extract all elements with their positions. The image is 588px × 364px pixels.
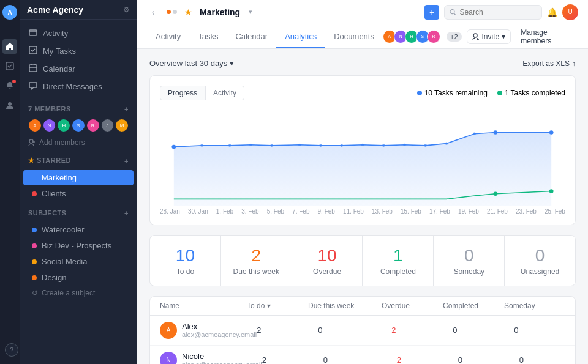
- sidebar-item-watercooler[interactable]: Watercooler: [23, 222, 134, 237]
- overview-bar: Overview last 30 days ▾ Export as XLS ↑: [149, 59, 576, 68]
- nav-tasks-icon[interactable]: [2, 59, 17, 73]
- invite-button[interactable]: Invite ▾: [467, 29, 511, 44]
- export-button[interactable]: Export as XLS ↑: [522, 59, 576, 68]
- table-row: N Nicole nicole@acmeagency.email 2 0 2 0…: [150, 346, 575, 364]
- settings-icon[interactable]: ⚙: [123, 6, 130, 14]
- nav-home-icon[interactable]: [2, 39, 17, 54]
- stat-overdue[interactable]: 10 Overdue: [292, 236, 363, 286]
- tab-calendar[interactable]: Calendar: [227, 26, 276, 48]
- back-button[interactable]: ‹: [147, 6, 159, 18]
- add-task-button[interactable]: +: [424, 5, 439, 20]
- stat-unassigned[interactable]: 0 Unassigned: [505, 236, 575, 286]
- member-avatar: R: [86, 119, 100, 132]
- col-sort-icon: ▾: [267, 302, 271, 310]
- user-avatar: A: [160, 322, 177, 339]
- add-members-button[interactable]: Add members: [28, 137, 129, 148]
- member-avatar: J: [101, 119, 115, 132]
- sidebar-item-mytasks[interactable]: My Tasks: [20, 42, 137, 60]
- stat-todo-label: To do: [155, 267, 216, 276]
- svg-point-17: [382, 144, 385, 147]
- tab-documents[interactable]: Documents: [325, 26, 383, 48]
- add-subject-icon[interactable]: +: [124, 209, 129, 217]
- project-dot: [32, 259, 37, 264]
- legend-dot-blue: [417, 91, 422, 95]
- stat-someday[interactable]: 0 Someday: [434, 236, 505, 286]
- chart-tab-progress[interactable]: Progress: [160, 86, 205, 100]
- project-name-heading: Marketing: [200, 7, 240, 17]
- col-name: Name: [160, 302, 247, 310]
- stat-overdue-number: 10: [297, 245, 358, 266]
- starred-section-header: ★ STARRED +: [20, 152, 137, 167]
- table-user: A Alex alex@acmeagency.email: [160, 322, 257, 339]
- svg-point-13: [298, 144, 301, 146]
- svg-rect-4: [29, 65, 37, 72]
- icon-bar: A ?: [0, 0, 20, 364]
- project-dropdown-icon[interactable]: ▾: [249, 8, 252, 16]
- stat-completed-label: Completed: [368, 267, 428, 276]
- search-icon: [450, 9, 456, 16]
- help-button[interactable]: ?: [5, 343, 18, 357]
- invite-icon: [472, 33, 480, 40]
- user-avatar[interactable]: U: [562, 4, 578, 20]
- stat-someday-number: 0: [439, 245, 499, 266]
- chart-svg: [160, 108, 565, 206]
- nav-profile-icon[interactable]: [2, 98, 17, 113]
- stat-todo[interactable]: 10 To do: [150, 236, 221, 286]
- svg-point-21: [473, 133, 476, 135]
- invite-chevron-icon: ▾: [502, 32, 505, 41]
- app-logo[interactable]: A: [2, 5, 17, 20]
- search-box: [444, 5, 542, 20]
- cell-todo: 2: [257, 325, 318, 335]
- sidebar-item-design[interactable]: Design: [23, 270, 134, 285]
- messages-icon: [28, 81, 38, 92]
- stat-todo-number: 10: [155, 245, 216, 266]
- add-member-icon[interactable]: +: [124, 105, 129, 113]
- add-starred-icon[interactable]: +: [124, 157, 129, 165]
- sidebar-item-calendar[interactable]: Calendar: [20, 60, 137, 78]
- search-input[interactable]: [460, 8, 537, 17]
- legend-remaining: 10 Tasks remaining: [417, 89, 488, 97]
- col-todo[interactable]: To do ▾: [247, 302, 308, 310]
- nav-notifications-icon[interactable]: [2, 78, 17, 93]
- sidebar-item-messages[interactable]: Direct Messages: [20, 78, 137, 95]
- manage-members-button[interactable]: Manage members: [516, 26, 578, 48]
- member-avatar: H: [57, 119, 70, 132]
- project-dot: [32, 275, 37, 280]
- project-dot: [32, 243, 37, 248]
- main-area: ‹ ★ Marketing ▾ + 🔔 U Activity Tasks Cal…: [137, 0, 588, 364]
- svg-point-8: [172, 145, 176, 149]
- notification-dot: [12, 80, 16, 83]
- favorite-star-icon[interactable]: ★: [184, 7, 192, 17]
- stat-due-number: 2: [226, 245, 287, 266]
- subjects-section-header: SubJects +: [20, 204, 137, 219]
- chart-tab-activity[interactable]: Activity: [205, 86, 244, 100]
- stat-completed[interactable]: 1 Completed: [363, 236, 434, 286]
- svg-point-11: [249, 144, 252, 146]
- svg-point-10: [228, 144, 232, 147]
- sidebar-item-marketing[interactable]: Marketing: [23, 170, 134, 185]
- tab-activity[interactable]: Activity: [147, 26, 189, 48]
- stat-completed-number: 1: [368, 245, 428, 266]
- calendar-icon: [28, 64, 38, 74]
- svg-point-14: [319, 144, 322, 147]
- col-someday: Someday: [504, 302, 565, 310]
- notification-bell-icon[interactable]: 🔔: [547, 7, 557, 17]
- sidebar-item-socialmedia[interactable]: Social Media: [23, 254, 134, 269]
- tab-member-avatars: A N H S R: [383, 30, 440, 43]
- project-dot: [32, 191, 37, 196]
- tab-tasks[interactable]: Tasks: [189, 26, 227, 48]
- svg-point-15: [340, 144, 343, 147]
- member-avatar: S: [72, 119, 85, 132]
- sidebar: Acme Agency ⚙ Activity My Tasks Calendar: [20, 0, 137, 364]
- stat-due-this-week[interactable]: 2 Due this week: [221, 236, 292, 286]
- member-avatar: N: [43, 119, 56, 132]
- overview-label[interactable]: Overview last 30 days ▾: [149, 59, 234, 68]
- sidebar-item-bizdev[interactable]: Biz Dev - Prospects: [23, 238, 134, 253]
- sidebar-item-clients[interactable]: Clients: [23, 186, 134, 201]
- sidebar-item-activity[interactable]: Activity: [20, 24, 137, 42]
- create-subject-button[interactable]: ↺ Create a subject: [23, 286, 134, 300]
- chart-tabs: Progress Activity: [160, 86, 244, 100]
- table-header: Name To do ▾ Due this week Overdue Compl…: [150, 297, 575, 316]
- tab-analytics[interactable]: Analytics: [276, 26, 325, 48]
- stat-overdue-label: Overdue: [297, 267, 358, 276]
